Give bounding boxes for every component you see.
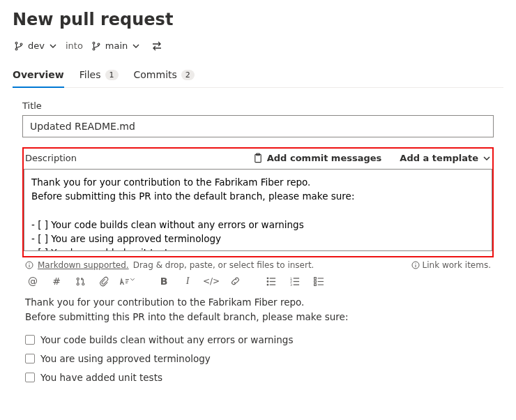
page-title: New pull request	[13, 10, 503, 29]
svg-point-1	[15, 47, 17, 50]
link-work-items-helper: Link work items.	[411, 260, 491, 270]
svg-rect-20	[314, 280, 316, 283]
bold-icon: B	[160, 276, 168, 287]
checkbox[interactable]	[25, 354, 35, 363]
branch-selector-row: dev into main	[13, 39, 503, 52]
bullet-list-button[interactable]	[264, 277, 279, 286]
mention-button[interactable]: @	[25, 276, 40, 287]
checklist-item-label: Your code builds clean without any error…	[40, 333, 293, 347]
preview-line-1: Thank you for your contribution to the F…	[25, 297, 304, 308]
italic-button[interactable]: I	[180, 276, 195, 287]
target-branch-dropdown[interactable]: main	[90, 39, 142, 52]
svg-rect-21	[314, 283, 316, 285]
svg-point-0	[15, 42, 17, 44]
tab-files-label: Files	[79, 69, 101, 80]
paperclip-icon	[99, 276, 109, 287]
link-icon	[230, 276, 241, 286]
svg-point-12	[82, 283, 84, 285]
italic-icon: I	[186, 276, 190, 287]
code-button[interactable]: </>	[204, 276, 219, 286]
info-icon	[25, 261, 33, 269]
hash-icon: #	[52, 276, 61, 287]
description-preview: Thank you for your contribution to the F…	[22, 294, 494, 385]
files-count-badge: 1	[105, 70, 119, 80]
svg-point-5	[98, 43, 100, 45]
link-work-items-text: Link work items.	[423, 260, 491, 270]
chevron-down-icon	[49, 42, 57, 50]
pr-link-button[interactable]	[73, 276, 88, 287]
commits-count-badge: 2	[181, 70, 195, 80]
description-highlight: Description Add commit messages Add a te…	[22, 147, 494, 257]
description-label: Description	[25, 153, 77, 163]
svg-point-15	[267, 284, 268, 285]
bold-button[interactable]: B	[156, 276, 172, 287]
checklist-item-label: You are using approved terminology	[40, 352, 211, 366]
svg-point-14	[267, 280, 268, 281]
tab-overview-label: Overview	[13, 69, 64, 80]
bullet-list-icon	[266, 277, 277, 286]
title-input[interactable]	[22, 115, 494, 137]
add-template-label: Add a template	[400, 153, 478, 163]
description-textarea[interactable]	[24, 169, 492, 251]
swap-icon	[151, 41, 162, 51]
svg-rect-19	[314, 277, 316, 279]
add-template-dropdown[interactable]: Add a template	[400, 153, 491, 163]
swap-branches-button[interactable]	[149, 40, 165, 52]
target-branch-name: main	[105, 40, 128, 51]
markdown-helper-text: Drag & drop, paste, or select files to i…	[133, 260, 314, 270]
checklist-item-label: You have added unit tests	[40, 370, 162, 385]
add-commit-messages-button[interactable]: Add commit messages	[253, 153, 382, 163]
preview-line-2: Before submitting this PR into the defau…	[25, 311, 348, 322]
svg-point-4	[93, 47, 95, 50]
source-branch-dropdown[interactable]: dev	[13, 39, 59, 52]
pull-request-icon	[75, 276, 86, 287]
task-list-icon	[314, 277, 324, 286]
source-branch-name: dev	[28, 40, 45, 51]
hash-button[interactable]: #	[49, 276, 64, 287]
tab-overview[interactable]: Overview	[13, 65, 64, 87]
markdown-supported-link[interactable]: Markdown supported.	[38, 260, 129, 270]
checkbox[interactable]	[25, 373, 35, 382]
markdown-toolbar: @ # B	[22, 270, 494, 294]
svg-point-11	[77, 283, 79, 285]
tab-commits-label: Commits	[134, 69, 177, 80]
clipboard-icon	[253, 153, 263, 163]
chevron-down-icon	[132, 42, 140, 50]
checklist-item: You are using approved terminology	[25, 352, 491, 366]
svg-point-13	[267, 278, 268, 278]
checklist-item: Your code builds clean without any error…	[25, 333, 491, 347]
tab-commits[interactable]: Commits 2	[134, 65, 195, 87]
task-list-button[interactable]	[311, 277, 326, 286]
svg-point-3	[93, 42, 95, 44]
link-button[interactable]	[227, 276, 243, 286]
svg-text:3: 3	[290, 283, 292, 286]
title-label: Title	[22, 100, 494, 111]
numbered-list-button[interactable]: 123	[287, 277, 303, 286]
numbered-list-icon: 123	[290, 277, 301, 286]
into-label: into	[66, 40, 83, 51]
svg-point-2	[20, 43, 22, 45]
checkbox[interactable]	[25, 335, 35, 345]
attach-button[interactable]	[96, 276, 112, 287]
tab-bar: Overview Files 1 Commits 2	[13, 65, 503, 88]
markdown-helper: Markdown supported. Drag & drop, paste, …	[25, 260, 314, 270]
info-icon	[411, 261, 420, 269]
chevron-down-icon	[483, 154, 491, 163]
svg-point-10	[77, 278, 79, 280]
branch-icon	[91, 41, 101, 51]
checklist-item: You have added unit tests	[25, 370, 491, 385]
tab-files[interactable]: Files 1	[79, 65, 119, 87]
mention-icon: @	[28, 276, 38, 287]
branch-icon	[14, 41, 24, 51]
add-commit-messages-label: Add commit messages	[267, 153, 382, 163]
code-icon: </>	[203, 276, 220, 286]
heading-button[interactable]	[120, 276, 135, 286]
